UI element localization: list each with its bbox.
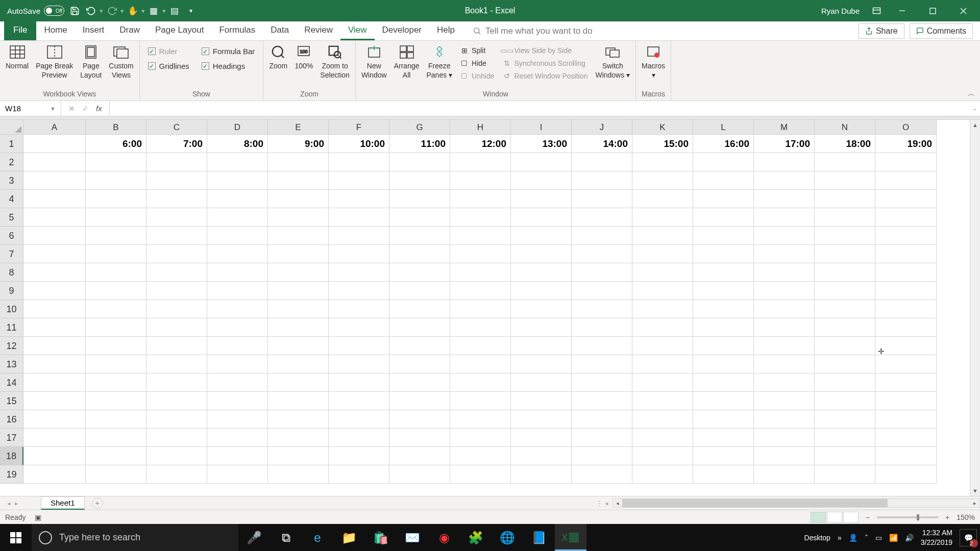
cell-K16[interactable]: [632, 410, 693, 429]
col-header-H[interactable]: H: [450, 120, 511, 135]
cell-I1[interactable]: 13:00: [511, 135, 572, 153]
row-header-10[interactable]: 10: [0, 300, 23, 318]
cell-H3[interactable]: [450, 171, 511, 190]
cell-J2[interactable]: [572, 153, 632, 171]
col-header-E[interactable]: E: [268, 120, 329, 135]
scroll-down-icon[interactable]: ▼: [970, 486, 980, 496]
cell-O5[interactable]: [875, 208, 937, 227]
cell-F3[interactable]: [329, 171, 389, 190]
cell-C10[interactable]: [146, 300, 207, 318]
cell-I8[interactable]: [511, 263, 572, 282]
zoom-100-button[interactable]: 100100%: [292, 43, 315, 72]
cell-O12[interactable]: [875, 337, 937, 355]
cell-C6[interactable]: [146, 227, 207, 245]
cell-J16[interactable]: [572, 410, 632, 429]
cell-J17[interactable]: [572, 429, 632, 447]
cell-M1[interactable]: 17:00: [754, 135, 815, 153]
row-header-1[interactable]: 1: [0, 135, 23, 153]
cell-A11[interactable]: [23, 318, 86, 337]
cell-M16[interactable]: [754, 410, 815, 429]
zoom-in-button[interactable]: +: [945, 513, 949, 521]
page-layout-button[interactable]: Page Layout: [78, 43, 104, 81]
tray-chevron-icon[interactable]: ˄: [865, 534, 868, 542]
row-header-8[interactable]: 8: [0, 263, 23, 282]
overflow-icon[interactable]: »: [838, 534, 842, 542]
cell-O19[interactable]: [875, 465, 937, 484]
cell-N14[interactable]: [815, 373, 875, 392]
cell-I19[interactable]: [511, 465, 572, 484]
cell-F15[interactable]: [329, 392, 389, 410]
cell-L13[interactable]: [693, 355, 754, 373]
row-header-4[interactable]: 4: [0, 190, 23, 208]
cell-L14[interactable]: [693, 373, 754, 392]
cell-M11[interactable]: [754, 318, 815, 337]
cell-D6[interactable]: [207, 227, 268, 245]
cell-F1[interactable]: 10:00: [329, 135, 389, 153]
cell-B7[interactable]: [86, 245, 146, 263]
cell-L18[interactable]: [693, 447, 754, 465]
cell-C2[interactable]: [146, 153, 207, 171]
cell-K12[interactable]: [632, 337, 693, 355]
cell-I5[interactable]: [511, 208, 572, 227]
arrange-all-button[interactable]: Arrange All: [391, 43, 422, 81]
cell-A5[interactable]: [23, 208, 86, 227]
cell-L8[interactable]: [693, 263, 754, 282]
cell-G18[interactable]: [389, 447, 450, 465]
cell-J7[interactable]: [572, 245, 632, 263]
cell-N11[interactable]: [815, 318, 875, 337]
maximize-button[interactable]: [918, 0, 947, 21]
cell-F14[interactable]: [329, 373, 389, 392]
page-break-button[interactable]: Page Break Preview: [33, 43, 76, 81]
start-button[interactable]: [0, 524, 32, 551]
cell-C15[interactable]: [146, 392, 207, 410]
edge-icon[interactable]: e: [302, 524, 333, 551]
col-header-I[interactable]: I: [511, 120, 572, 135]
page-layout-view-icon[interactable]: [827, 512, 842, 523]
cell-N9[interactable]: [815, 282, 875, 300]
cell-I14[interactable]: [511, 373, 572, 392]
cell-C1[interactable]: 7:00: [146, 135, 207, 153]
save-icon[interactable]: [68, 5, 81, 17]
cell-B3[interactable]: [86, 171, 146, 190]
cell-H8[interactable]: [450, 263, 511, 282]
cell-F10[interactable]: [329, 300, 389, 318]
select-all-corner[interactable]: [0, 120, 23, 135]
redo-icon[interactable]: [106, 5, 118, 17]
cell-N19[interactable]: [815, 465, 875, 484]
col-header-J[interactable]: J: [572, 120, 632, 135]
row-header-11[interactable]: 11: [0, 318, 23, 337]
cell-F9[interactable]: [329, 282, 389, 300]
cell-M19[interactable]: [754, 465, 815, 484]
freeze-panes-button[interactable]: Freeze Panes ▾: [424, 43, 455, 81]
taskbar-search[interactable]: Type here to search: [32, 524, 238, 551]
cell-A18[interactable]: [23, 447, 86, 465]
cell-O17[interactable]: [875, 429, 937, 447]
cell-B4[interactable]: [86, 190, 146, 208]
cell-H1[interactable]: 12:00: [450, 135, 511, 153]
zoom-slider[interactable]: [877, 516, 938, 518]
cell-I13[interactable]: [511, 355, 572, 373]
cell-B8[interactable]: [86, 263, 146, 282]
cell-B14[interactable]: [86, 373, 146, 392]
cell-J18[interactable]: [572, 447, 632, 465]
cell-E15[interactable]: [268, 392, 329, 410]
cell-M7[interactable]: [754, 245, 815, 263]
tab-formulas[interactable]: Formulas: [211, 21, 263, 40]
cell-O16[interactable]: [875, 410, 937, 429]
cell-O9[interactable]: [875, 282, 937, 300]
cell-C3[interactable]: [146, 171, 207, 190]
cell-B2[interactable]: [86, 153, 146, 171]
formula-input[interactable]: [110, 101, 969, 116]
cell-O15[interactable]: [875, 392, 937, 410]
cell-N13[interactable]: [815, 355, 875, 373]
cell-G4[interactable]: [389, 190, 450, 208]
cell-J13[interactable]: [572, 355, 632, 373]
cell-I4[interactable]: [511, 190, 572, 208]
cell-G2[interactable]: [389, 153, 450, 171]
cell-G17[interactable]: [389, 429, 450, 447]
cell-L10[interactable]: [693, 300, 754, 318]
cell-H10[interactable]: [450, 300, 511, 318]
cell-H17[interactable]: [450, 429, 511, 447]
cell-K4[interactable]: [632, 190, 693, 208]
cell-G19[interactable]: [389, 465, 450, 484]
